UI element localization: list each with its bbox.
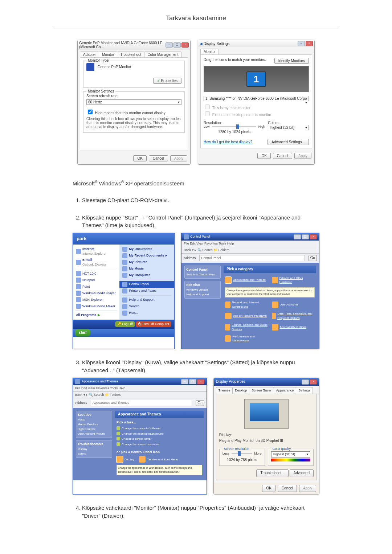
category-item[interactable]: User Accounts: [272, 300, 315, 309]
task-link[interactable]: Choose a screen saver: [117, 437, 202, 441]
side-link[interactable]: Windows Update: [186, 288, 208, 291]
colors-select[interactable]: Highest (32 bit)▾: [268, 125, 309, 130]
task-link[interactable]: Change the screen resolution: [117, 442, 202, 447]
category-item[interactable]: Network and Internet Connections: [225, 300, 268, 309]
side-link[interactable]: High Contrast: [78, 427, 95, 431]
start-item[interactable]: My Pictures: [119, 259, 174, 266]
close-button[interactable]: ×: [181, 42, 189, 48]
side-link[interactable]: Sound: [78, 452, 86, 455]
address-bar[interactable]: Control Panel: [199, 255, 305, 261]
resolution-slider[interactable]: [232, 453, 252, 454]
minimize-button[interactable]: –: [294, 234, 301, 239]
address-bar[interactable]: Appearance and Themes: [91, 400, 192, 406]
tab-desktop[interactable]: Desktop: [232, 387, 249, 394]
cancel-button[interactable]: Cancel: [278, 485, 297, 492]
side-link[interactable]: Display: [78, 447, 87, 451]
tab-appearance[interactable]: Appearance: [274, 387, 297, 394]
side-link[interactable]: Mouse Pointers: [78, 423, 98, 426]
apply-button[interactable]: Apply: [294, 153, 311, 159]
tab-settings[interactable]: Settings: [296, 387, 313, 394]
close-button[interactable]: ×: [310, 379, 317, 385]
cp-icon-display[interactable]: Display: [117, 456, 134, 463]
start-item-internet[interactable]: InternetInternet Explorer: [73, 246, 119, 257]
toolbar[interactable]: Back ▾ ▸ 🔍 Search 📁 Folders: [73, 392, 207, 398]
monitor-preview-area[interactable]: 1: [204, 66, 309, 92]
category-item[interactable]: Add or Remove Programs: [225, 312, 268, 320]
troubleshoot-button[interactable]: Troubleshoot...: [256, 469, 288, 477]
maximize-button[interactable]: ▢: [302, 234, 309, 239]
side-link[interactable]: Fonts: [78, 418, 85, 421]
start-all-programs[interactable]: All Programs ▶: [73, 312, 119, 318]
properties-button[interactable]: ✔ Properties: [153, 78, 181, 84]
start-item[interactable]: Printers and Faxes: [119, 288, 174, 294]
start-item-control-panel[interactable]: Control Panel: [119, 281, 174, 288]
apply-button[interactable]: Apply: [299, 485, 316, 492]
side-link[interactable]: User Account Picture: [78, 432, 105, 435]
tab-screensaver[interactable]: Screen Saver: [249, 387, 274, 394]
go-button[interactable]: Go: [309, 255, 317, 261]
apply-button[interactable]: Apply: [170, 155, 187, 161]
advanced-button[interactable]: Advanced: [290, 469, 314, 477]
start-item[interactable]: My Computer: [119, 272, 174, 279]
switch-view-link[interactable]: Switch to Classic View: [186, 273, 215, 276]
task-link[interactable]: Change the desktop background: [117, 432, 202, 436]
start-item[interactable]: My Recent Documents ▸: [119, 253, 174, 259]
tab-monitor[interactable]: Monitor: [200, 49, 219, 54]
start-item[interactable]: HCT 10.0: [73, 270, 119, 277]
task-link[interactable]: Change the computer's theme: [117, 426, 202, 431]
monitor-select[interactable]: 1. Samsung **** on NVIDIA GeForce 6600 L…: [204, 96, 309, 101]
minimize-button[interactable]: –: [166, 42, 173, 48]
start-item-email[interactable]: E-mailOutlook Express: [73, 257, 119, 268]
menu-bar[interactable]: File Edit View Favorites Tools Help: [181, 241, 319, 247]
close-button[interactable]: ×: [197, 379, 204, 384]
tab-adapter[interactable]: Adapter: [80, 52, 99, 57]
minimize-button[interactable]: –: [298, 41, 305, 46]
category-appearance[interactable]: Appearance and Themes: [225, 276, 268, 284]
category-item[interactable]: Performance and Maintenance: [225, 335, 268, 343]
color-select[interactable]: Highest (32 bit)▾: [271, 451, 310, 457]
start-item[interactable]: Paint: [73, 283, 119, 290]
logoff-button[interactable]: 🔑 Log Off: [115, 321, 135, 327]
toolbar[interactable]: Back ▾ ▸ 🔍 Search 📁 Folders: [181, 247, 319, 254]
tab-troubleshoot[interactable]: Troubleshoot: [117, 52, 144, 57]
tab-themes[interactable]: Themes: [216, 387, 233, 394]
start-item[interactable]: Notepad: [73, 277, 119, 283]
turnoff-button[interactable]: ⏻ Turn Off Computer: [136, 321, 171, 327]
go-button[interactable]: Go: [196, 400, 204, 406]
cancel-button[interactable]: Cancel: [149, 155, 168, 161]
tab-monitor[interactable]: Monitor: [99, 52, 117, 57]
close-button[interactable]: ×: [310, 234, 317, 239]
start-button[interactable]: start: [75, 329, 90, 336]
identify-monitors-button[interactable]: Identify Monitors: [274, 58, 309, 64]
ok-button[interactable]: OK: [262, 485, 275, 492]
start-item[interactable]: My Music: [119, 266, 174, 272]
side-link[interactable]: Help and Support: [186, 293, 209, 296]
advanced-settings-button[interactable]: Advanced Settings...: [268, 139, 309, 145]
maximize-button[interactable]: ▢: [173, 42, 181, 48]
menu-bar[interactable]: File Edit View Favorites Tools Help: [73, 385, 207, 392]
start-item[interactable]: Windows Movie Maker: [73, 303, 119, 309]
monitor-1-icon[interactable]: 1: [246, 71, 266, 87]
best-display-link[interactable]: How do I get the best display?: [204, 140, 252, 144]
resolution-slider[interactable]: [212, 126, 256, 127]
start-item[interactable]: MSN Explorer: [73, 296, 119, 303]
category-item[interactable]: Sounds, Speech, and Audio Devices: [225, 323, 268, 331]
ok-button[interactable]: OK: [133, 155, 146, 161]
start-item[interactable]: Windows Media Player: [73, 290, 119, 296]
ok-button[interactable]: OK: [257, 153, 270, 159]
start-item[interactable]: Help and Support: [119, 297, 174, 303]
category-item[interactable]: Accessibility Options: [272, 323, 315, 331]
cancel-button[interactable]: Cancel: [273, 153, 292, 159]
category-item[interactable]: Printers and Other Hardware: [272, 276, 315, 284]
hide-modes-checkbox[interactable]: [88, 110, 93, 114]
help-button[interactable]: ?: [302, 379, 309, 385]
start-item[interactable]: Run...: [119, 310, 174, 316]
maximize-button[interactable]: ▢: [189, 379, 196, 384]
close-button[interactable]: ×: [306, 41, 313, 46]
refresh-rate-select[interactable]: 60 Hertz▾: [86, 99, 181, 105]
tab-color-management[interactable]: Color Management: [144, 52, 181, 57]
minimize-button[interactable]: –: [181, 379, 188, 384]
start-item[interactable]: My Documents: [119, 246, 174, 253]
category-item[interactable]: Date, Time, Language, and Regional Optio…: [272, 312, 315, 320]
start-item[interactable]: Search: [119, 303, 174, 310]
